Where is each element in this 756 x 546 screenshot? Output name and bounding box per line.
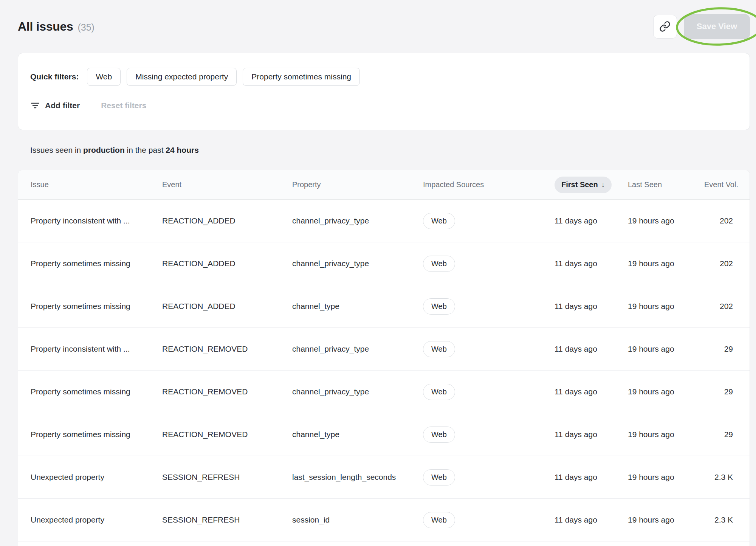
filter-lines-icon bbox=[30, 101, 40, 110]
impacted-sources-cell: Web bbox=[423, 298, 555, 315]
page-title-text: All issues bbox=[18, 20, 73, 34]
column-header-event-vol[interactable]: Event Vol. bbox=[695, 180, 738, 189]
first-seen-cell: 11 days ago bbox=[555, 344, 628, 354]
source-badge: Web bbox=[423, 469, 455, 486]
summary-environment: production bbox=[83, 146, 125, 154]
add-filter-button[interactable]: Add filter bbox=[30, 101, 80, 110]
quick-filters-row: Quick filters: Web Missing expected prop… bbox=[30, 68, 737, 86]
first-seen-label: First Seen bbox=[561, 180, 598, 189]
event-cell: REACTION_REMOVED bbox=[162, 387, 292, 396]
last-seen-cell: 19 hours ago bbox=[628, 387, 695, 396]
event-vol-cell: 2.3 K bbox=[695, 473, 738, 482]
event-cell: REACTION_ADDED bbox=[162, 259, 292, 268]
column-header-event[interactable]: Event bbox=[162, 180, 292, 189]
sort-pill: First Seen ↓ bbox=[555, 177, 612, 193]
filter-chip-property-sometimes-missing[interactable]: Property sometimes missing bbox=[243, 68, 360, 86]
last-seen-cell: 19 hours ago bbox=[628, 473, 695, 482]
first-seen-cell: 11 days ago bbox=[555, 430, 628, 439]
filter-actions-row: Add filter Reset filters bbox=[30, 98, 737, 113]
page-header: All issues (35) Save View bbox=[18, 0, 750, 53]
column-header-last-seen[interactable]: Last Seen bbox=[628, 180, 695, 189]
quick-filters-label: Quick filters: bbox=[30, 72, 79, 81]
table-row[interactable]: Property inconsistent with ... REACTION_… bbox=[18, 200, 750, 242]
last-seen-cell: 19 hours ago bbox=[628, 259, 695, 268]
table-row[interactable]: Property inconsistent with ... REACTION_… bbox=[18, 328, 750, 371]
sort-down-icon: ↓ bbox=[601, 181, 605, 189]
event-cell: REACTION_REMOVED bbox=[162, 344, 292, 354]
property-cell: channel_type bbox=[292, 302, 423, 311]
source-badge: Web bbox=[423, 298, 455, 315]
summary-prefix: Issues seen in bbox=[30, 146, 81, 154]
first-seen-cell: 11 days ago bbox=[555, 473, 628, 482]
table-row[interactable]: Unexpected property SESSION_REFRESH sess… bbox=[18, 499, 750, 541]
impacted-sources-cell: Web bbox=[423, 512, 555, 528]
header-actions: Save View bbox=[653, 14, 750, 39]
add-filter-label: Add filter bbox=[45, 101, 80, 110]
impacted-sources-cell: Web bbox=[423, 384, 555, 400]
impacted-sources-cell: Web bbox=[423, 213, 555, 229]
table-row[interactable]: Property sometimes missing REACTION_ADDE… bbox=[18, 285, 750, 328]
column-header-issue[interactable]: Issue bbox=[31, 180, 162, 189]
event-vol-cell: 202 bbox=[695, 216, 738, 225]
last-seen-cell: 19 hours ago bbox=[628, 216, 695, 225]
event-cell: SESSION_REFRESH bbox=[162, 473, 292, 482]
issues-summary: Issues seen in production in the past 24… bbox=[30, 145, 750, 155]
property-cell: channel_type bbox=[292, 430, 423, 439]
issues-page: All issues (35) Save View Quick filters:… bbox=[0, 0, 756, 546]
event-vol-cell: 29 bbox=[695, 430, 738, 439]
column-header-first-seen[interactable]: First Seen ↓ bbox=[555, 177, 628, 193]
event-vol-cell: 202 bbox=[695, 259, 738, 268]
issue-cell: Unexpected property bbox=[31, 473, 162, 482]
event-vol-cell: 29 bbox=[695, 344, 738, 354]
first-seen-cell: 11 days ago bbox=[555, 259, 628, 268]
column-header-impacted-sources[interactable]: Impacted Sources bbox=[423, 180, 555, 189]
source-badge: Web bbox=[423, 256, 455, 272]
issue-cell: Property sometimes missing bbox=[31, 387, 162, 396]
property-cell: session_id bbox=[292, 515, 423, 524]
link-icon bbox=[659, 21, 671, 32]
reset-filters-button[interactable]: Reset filters bbox=[101, 101, 146, 110]
event-cell: REACTION_REMOVED bbox=[162, 430, 292, 439]
issue-cell: Property inconsistent with ... bbox=[31, 216, 162, 225]
last-seen-cell: 19 hours ago bbox=[628, 302, 695, 311]
property-cell: channel_privacy_type bbox=[292, 259, 423, 268]
copy-link-button[interactable] bbox=[653, 15, 677, 39]
source-badge: Web bbox=[423, 341, 455, 357]
issue-cell: Property inconsistent with ... bbox=[31, 344, 162, 354]
table-row[interactable]: Property sometimes missing REACTION_REMO… bbox=[18, 413, 750, 456]
summary-timeframe: 24 hours bbox=[166, 146, 199, 154]
property-cell: last_session_length_seconds bbox=[292, 473, 423, 482]
source-badge: Web bbox=[423, 213, 455, 229]
table-row[interactable]: Property sometimes missing REACTION_ADDE… bbox=[18, 242, 750, 285]
impacted-sources-cell: Web bbox=[423, 469, 555, 486]
filter-chip-missing-expected-property[interactable]: Missing expected property bbox=[127, 68, 237, 86]
summary-middle: in the past bbox=[127, 146, 164, 154]
issue-cell: Property sometimes missing bbox=[31, 259, 162, 268]
save-view-button[interactable]: Save View bbox=[684, 14, 750, 39]
issue-count: (35) bbox=[77, 22, 94, 33]
first-seen-cell: 11 days ago bbox=[555, 387, 628, 396]
issue-cell: Unexpected property bbox=[31, 515, 162, 524]
first-seen-cell: 11 days ago bbox=[555, 515, 628, 524]
source-badge: Web bbox=[423, 427, 455, 443]
property-cell: channel_privacy_type bbox=[292, 344, 423, 354]
event-vol-cell: 2.3 K bbox=[695, 515, 738, 524]
table-row[interactable]: Property sometimes missing REACTION_REMO… bbox=[18, 371, 750, 413]
first-seen-cell: 11 days ago bbox=[555, 302, 628, 311]
table-header-row: Issue Event Property Impacted Sources Fi… bbox=[18, 170, 750, 200]
filter-chip-web[interactable]: Web bbox=[87, 68, 121, 86]
column-header-property[interactable]: Property bbox=[292, 180, 423, 189]
property-cell: channel_privacy_type bbox=[292, 216, 423, 225]
event-vol-cell: 202 bbox=[695, 302, 738, 311]
source-badge: Web bbox=[423, 512, 455, 528]
last-seen-cell: 19 hours ago bbox=[628, 430, 695, 439]
impacted-sources-cell: Web bbox=[423, 427, 555, 443]
event-vol-cell: 29 bbox=[695, 387, 738, 396]
event-cell: REACTION_ADDED bbox=[162, 302, 292, 311]
property-cell: channel_privacy_type bbox=[292, 387, 423, 396]
last-seen-cell: 19 hours ago bbox=[628, 515, 695, 524]
source-badge: Web bbox=[423, 384, 455, 400]
table-row[interactable]: Unexpected property SESSION_REFRESH last… bbox=[18, 456, 750, 499]
page-title: All issues (35) bbox=[18, 20, 94, 34]
last-seen-cell: 19 hours ago bbox=[628, 344, 695, 354]
